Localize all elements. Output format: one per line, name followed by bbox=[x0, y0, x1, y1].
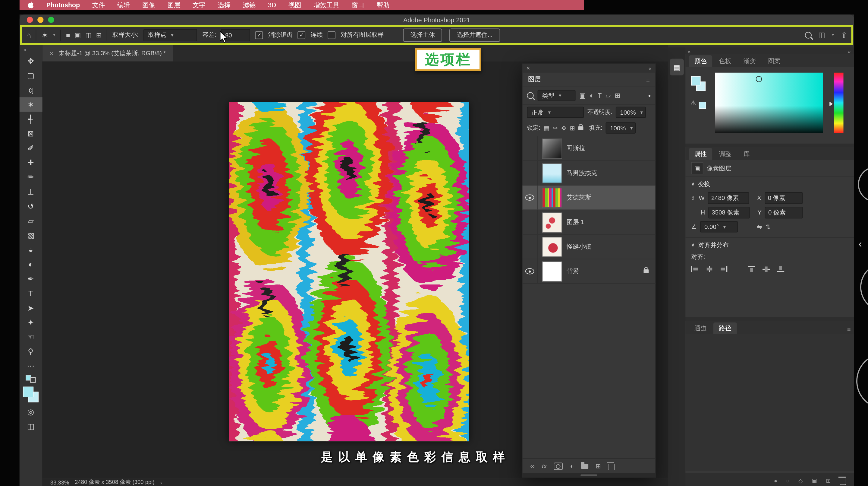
layer-thumbnail[interactable] bbox=[542, 163, 562, 183]
move-tool-button[interactable]: ✥ bbox=[19, 54, 42, 68]
layer-thumbnail[interactable] bbox=[542, 261, 562, 282]
share-icon[interactable]: ⇧ bbox=[841, 31, 847, 39]
panel-menu-icon[interactable]: ≡ bbox=[847, 326, 851, 334]
healing-brush-tool-button[interactable]: ✚ bbox=[19, 155, 42, 170]
chevron-down-icon[interactable]: ▾ bbox=[832, 32, 834, 37]
layer-row[interactable]: 怪诞小镇 bbox=[523, 235, 655, 259]
hand-tool-button[interactable]: ☜ bbox=[19, 330, 42, 344]
visibility-toggle[interactable] bbox=[523, 235, 538, 259]
filter-type-icon[interactable]: T bbox=[598, 92, 602, 99]
layer-row[interactable]: 马男波杰克 bbox=[523, 161, 655, 185]
lock-transparency-icon[interactable]: ▦ bbox=[544, 124, 550, 132]
menu-3d[interactable]: 3D bbox=[268, 2, 276, 8]
visibility-toggle[interactable] bbox=[523, 259, 538, 283]
path-selection-icon[interactable]: ◇ bbox=[798, 478, 803, 484]
layer-row[interactable]: 哥斯拉 bbox=[523, 136, 655, 161]
align-horizontal-center-icon[interactable] bbox=[706, 266, 713, 272]
flip-horizontal-icon[interactable]: ⇋ bbox=[757, 223, 762, 230]
tab-color[interactable]: 颜色 bbox=[689, 55, 712, 67]
filter-adjustment-icon[interactable]: ◐ bbox=[590, 92, 593, 99]
layer-thumbnail[interactable] bbox=[542, 138, 562, 159]
path-select-tool-button[interactable]: ➤ bbox=[19, 301, 42, 315]
clone-stamp-tool-button[interactable]: ⊥ bbox=[19, 184, 42, 199]
magic-wand-tool-button[interactable]: ✶ bbox=[19, 97, 42, 112]
filter-shape-icon[interactable]: ▱ bbox=[606, 92, 611, 99]
layers-panel-collapse-icon[interactable]: « bbox=[649, 65, 651, 71]
close-tab-icon[interactable]: × bbox=[50, 50, 54, 57]
filter-toggle-icon[interactable]: ● bbox=[648, 93, 651, 98]
type-tool-button[interactable]: T bbox=[19, 286, 42, 301]
new-selection-icon[interactable]: ■ bbox=[66, 31, 70, 39]
height-input[interactable]: 3508 像素 bbox=[708, 206, 749, 218]
opacity-select[interactable]: 100% bbox=[616, 107, 646, 118]
tab-layers[interactable]: 图层 bbox=[528, 76, 541, 84]
status-chevron-icon[interactable]: › bbox=[160, 479, 162, 485]
select-and-mask-button[interactable]: 选择并遮住... bbox=[450, 28, 500, 41]
toolbar-collapse-icon[interactable]: » bbox=[20, 45, 26, 54]
subtract-from-selection-icon[interactable]: ◫ bbox=[85, 31, 92, 39]
home-icon[interactable]: ⌂ bbox=[26, 31, 31, 39]
fill-select[interactable]: 100% bbox=[606, 122, 636, 134]
layer-search-icon[interactable] bbox=[527, 92, 533, 99]
sample-size-select[interactable]: 取样点 bbox=[144, 29, 197, 41]
web-safe-color-icon[interactable] bbox=[699, 102, 706, 109]
menu-help[interactable]: 帮助 bbox=[377, 1, 390, 9]
x-input[interactable]: 0 像素 bbox=[765, 192, 803, 204]
window-title-bar[interactable]: Adobe Photoshop 2021 bbox=[20, 15, 854, 25]
tab-gradients[interactable]: 渐变 bbox=[738, 55, 761, 67]
align-bottom-icon[interactable] bbox=[777, 266, 784, 272]
eyedropper-tool-button[interactable]: ✐ bbox=[19, 141, 42, 155]
blend-mode-select[interactable]: 正常 bbox=[527, 107, 584, 118]
swap-colors-icon[interactable] bbox=[26, 375, 36, 383]
crop-tool-button[interactable]: ╃ bbox=[19, 112, 42, 126]
visibility-toggle[interactable] bbox=[523, 185, 538, 210]
gradient-tool-button[interactable]: ▧ bbox=[19, 228, 42, 242]
visibility-toggle[interactable] bbox=[523, 136, 538, 161]
layer-thumbnail[interactable] bbox=[542, 212, 562, 232]
add-to-selection-icon[interactable]: ▣ bbox=[74, 31, 81, 39]
tab-libraries[interactable]: 库 bbox=[738, 148, 755, 160]
menu-select[interactable]: 选择 bbox=[218, 1, 230, 9]
panel-menu-icon[interactable]: ≡ bbox=[646, 76, 650, 83]
foreground-color-swatch[interactable] bbox=[23, 387, 33, 397]
y-input[interactable]: 0 像素 bbox=[765, 206, 803, 218]
layer-row[interactable]: 背景 bbox=[523, 259, 655, 284]
panel-resize-handle[interactable] bbox=[523, 473, 655, 477]
menu-filter[interactable]: 滤镜 bbox=[243, 1, 256, 9]
width-input[interactable]: 2480 像素 bbox=[708, 192, 749, 204]
gamut-warning-icon[interactable]: ⚠ bbox=[690, 99, 696, 107]
frame-tool-button[interactable]: ⊠ bbox=[19, 126, 42, 141]
lock-all-icon[interactable] bbox=[578, 126, 584, 130]
layer-effects-icon[interactable]: fx bbox=[542, 463, 547, 469]
new-group-icon[interactable] bbox=[581, 463, 588, 468]
menu-app-name[interactable]: Photoshop bbox=[46, 2, 80, 8]
anti-alias-checkbox[interactable]: ✓ bbox=[255, 31, 263, 39]
tab-adjustments[interactable]: 调整 bbox=[713, 148, 737, 160]
layer-thumbnail[interactable] bbox=[542, 236, 562, 257]
tab-properties[interactable]: 属性 bbox=[689, 148, 712, 160]
menu-layer[interactable]: 图层 bbox=[167, 1, 181, 9]
stroke-path-icon[interactable]: ○ bbox=[786, 478, 789, 484]
link-dimensions-icon[interactable]: ∞ bbox=[690, 196, 696, 200]
more-tools-button[interactable]: ⋯ bbox=[19, 359, 42, 373]
menu-plugins[interactable]: 增效工具 bbox=[313, 1, 339, 9]
lock-position-icon[interactable]: ✥ bbox=[561, 124, 566, 132]
dock-collapse-right-icon[interactable]: » bbox=[848, 49, 850, 54]
hue-slider-marker[interactable] bbox=[830, 102, 833, 106]
chevron-down-icon[interactable]: ▾ bbox=[53, 32, 55, 37]
path-mask-icon[interactable]: ▣ bbox=[812, 478, 817, 484]
select-subject-button[interactable]: 选择主体 bbox=[403, 28, 442, 41]
eraser-tool-button[interactable]: ▱ bbox=[19, 213, 42, 228]
link-layers-icon[interactable]: ∞ bbox=[530, 463, 535, 469]
align-left-icon[interactable] bbox=[691, 266, 698, 272]
menu-window[interactable]: 窗口 bbox=[351, 1, 364, 9]
blur-tool-button[interactable]: ◒ bbox=[19, 242, 42, 257]
delete-layer-icon[interactable] bbox=[608, 463, 615, 470]
filter-smart-object-icon[interactable]: ⊞ bbox=[615, 92, 620, 99]
document-tab[interactable]: × 未标题-1 @ 33.3% (艾德莱斯, RGB/8) * bbox=[42, 45, 173, 61]
contiguous-checkbox[interactable]: ✓ bbox=[298, 31, 306, 39]
hue-slider[interactable] bbox=[834, 73, 843, 133]
adjustment-layer-icon[interactable]: ◐ bbox=[570, 463, 574, 469]
workspace-icon[interactable]: ◫ bbox=[818, 31, 825, 38]
menu-file[interactable]: 文件 bbox=[92, 1, 105, 9]
